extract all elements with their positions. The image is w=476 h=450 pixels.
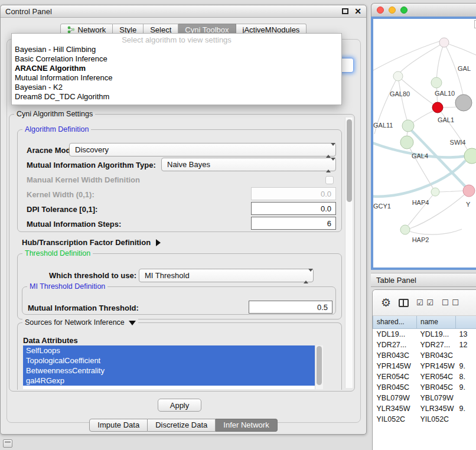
table-toolbar: ⚙ ☑ ☑ ☐ ☐ <box>373 290 476 316</box>
settings-scrollbar[interactable] <box>345 118 353 388</box>
data-attribute-item[interactable]: TopologicalCoefficient <box>23 356 315 366</box>
gear-icon[interactable]: ⚙ <box>381 297 391 308</box>
network-node[interactable] <box>431 77 442 88</box>
network-node[interactable] <box>402 120 414 132</box>
algorithm-dropdown-popup: Select algorithm to view settings Bayesi… <box>11 33 342 105</box>
aracne-mode-combobox[interactable]: Discovery <box>69 143 336 156</box>
node-label: Y <box>466 201 471 208</box>
table-column-header[interactable]: name <box>417 316 456 328</box>
apply-button[interactable]: Apply <box>158 399 201 412</box>
settings-scrollbar-thumb[interactable] <box>347 119 352 202</box>
network-edge[interactable] <box>407 192 435 226</box>
network-node[interactable] <box>431 188 439 196</box>
combo-arrows-icon <box>304 272 310 281</box>
minimize-traffic-light[interactable] <box>389 6 396 14</box>
threshold-definition-title: Threshold Definition <box>22 249 93 257</box>
node-label: GCY1 <box>373 203 391 210</box>
tab-discretize-data[interactable]: Discretize Data <box>148 419 216 432</box>
network-edge[interactable] <box>444 43 476 58</box>
mi-type-label: Mutual Information Algorithm Type: <box>27 161 156 169</box>
mi-threshold-field[interactable]: 0.5 <box>249 301 332 314</box>
algorithm-dropdown-list: Bayesian - Hill ClimbingBasic Correlatio… <box>12 45 341 102</box>
combo-arrows-icon <box>326 146 332 155</box>
network-edge[interactable] <box>373 41 439 72</box>
table-row[interactable]: YIL052CYIL052C <box>373 414 476 425</box>
table-column-header[interactable] <box>456 316 476 328</box>
select-all-icon[interactable]: ☑ ☑ <box>416 298 434 307</box>
network-window-titlebar <box>371 3 476 17</box>
zoom-traffic-light[interactable] <box>400 6 407 14</box>
minimized-panel-icon[interactable] <box>3 439 12 448</box>
cyni-bottom-tabs: Impute Data Discretize Data Infer Networ… <box>1 419 366 432</box>
table-row[interactable]: YDR27...YDR27...12 <box>373 340 476 350</box>
manual-kernel-label: Manual Kernel Width Definition <box>27 175 140 184</box>
mi-steps-field[interactable]: 6 <box>251 217 336 230</box>
close-traffic-light[interactable] <box>377 6 384 14</box>
network-node[interactable] <box>432 102 443 113</box>
network-canvas[interactable]: GALGAL80GAL10GAL11GAL1SWI4GAL4GCY1HAP4YH… <box>373 19 476 268</box>
tab-infer-network[interactable]: Infer Network <box>216 419 277 432</box>
table-row[interactable]: YBR043CYBR043C <box>373 350 476 361</box>
table-panel-header: Table Panel <box>371 273 476 287</box>
collapse-arrow-icon <box>129 321 136 325</box>
algorithm-option[interactable]: Bayesian - K2 <box>12 83 341 92</box>
network-edge[interactable] <box>405 229 462 234</box>
network-node[interactable] <box>455 94 472 111</box>
table-row[interactable]: YBL079WYBL079W <box>373 393 476 403</box>
network-node[interactable] <box>393 71 403 81</box>
control-panel-window: Control Panel ✕ Network Style Select Cyn… <box>0 5 367 435</box>
data-attributes-list: SelfLoopsTopologicalCoefficientBetweenne… <box>23 345 323 389</box>
tab-impute-data[interactable]: Impute Data <box>89 419 148 432</box>
node-label: GAL11 <box>373 122 393 129</box>
data-attribute-item[interactable]: SelfLoops <box>23 345 315 356</box>
network-edge[interactable] <box>410 191 469 229</box>
which-threshold-label: Which threshold to use: <box>49 271 136 280</box>
network-view-window: GALGAL80GAL10GAL11GAL1SWI4GAL4GCY1HAP4YH… <box>371 3 476 270</box>
deselect-all-icon[interactable]: ☐ ☐ <box>442 298 459 307</box>
network-node[interactable] <box>463 185 475 197</box>
column-layout-icon[interactable] <box>399 299 409 307</box>
network-frame: GALGAL80GAL10GAL11GAL1SWI4GAL4GCY1HAP4YH… <box>371 17 476 270</box>
manual-kernel-checkbox[interactable] <box>325 176 334 184</box>
network-node[interactable] <box>439 38 449 47</box>
network-edge[interactable] <box>436 43 444 80</box>
algorithm-option[interactable]: Mutual Information Inference <box>12 73 341 83</box>
node-label: GAL1 <box>438 116 454 123</box>
float-window-icon[interactable] <box>342 8 348 14</box>
algorithm-option[interactable]: Basic Correlation Inference <box>12 54 341 64</box>
mi-type-combobox[interactable]: Naive Bayes <box>161 158 336 171</box>
data-attribute-item[interactable]: BetweennessCentrality <box>23 366 315 376</box>
hub-definition-expander[interactable]: Hub/Transcription Factor Definition <box>22 238 161 247</box>
network-node[interactable] <box>400 136 413 149</box>
network-node[interactable] <box>400 225 410 234</box>
close-icon[interactable]: ✕ <box>354 7 361 15</box>
algorithm-option[interactable]: Dream8 DC_TDC Algorithm <box>12 92 341 102</box>
network-edge[interactable] <box>373 161 465 197</box>
mi-steps-label: Mutual Information Steps: <box>27 220 121 229</box>
table-row[interactable]: YER054CYER054C8. <box>373 371 476 382</box>
sources-group-title[interactable]: Sources for Network Inference <box>22 318 138 327</box>
algorithm-definition-title: Algorithm Definition <box>22 125 91 133</box>
table-row[interactable]: YBR045CYBR045C9. <box>373 382 476 393</box>
dpi-tolerance-field[interactable]: 0.0 <box>251 202 336 215</box>
algorithm-option[interactable]: Bayesian - Hill Climbing <box>12 45 341 54</box>
node-label: GAL80 <box>390 90 410 97</box>
attributes-scrollbar[interactable] <box>315 345 323 389</box>
node-label: SWI4 <box>450 139 466 146</box>
data-attribute-item[interactable]: gal4RGexp <box>23 376 315 386</box>
mi-threshold-title: MI Threshold Definition <box>27 282 107 291</box>
table-column-header[interactable]: shared... <box>373 316 417 328</box>
node-label: GAL10 <box>435 90 455 97</box>
mi-threshold-label: Mutual Information Threshold: <box>28 304 139 312</box>
table-row[interactable]: YPR145WYPR145W9. <box>373 361 476 371</box>
which-threshold-combobox[interactable]: MI Threshold <box>139 269 314 282</box>
table-panel-title: Table Panel <box>376 276 416 285</box>
node-label: HAP4 <box>412 199 429 206</box>
algorithm-option[interactable]: ARACNE Algorithm <box>12 64 341 73</box>
combo-arrows-icon <box>326 161 332 169</box>
table-row[interactable]: YDL19...YDL19...13 <box>373 328 476 340</box>
dropdown-placeholder: Select algorithm to view settings <box>12 35 341 45</box>
kernel-width-field[interactable]: 0.0 <box>251 187 336 200</box>
attributes-scrollbar-thumb[interactable] <box>317 346 322 385</box>
table-row[interactable]: YLR345WYLR345W9. <box>373 403 476 414</box>
